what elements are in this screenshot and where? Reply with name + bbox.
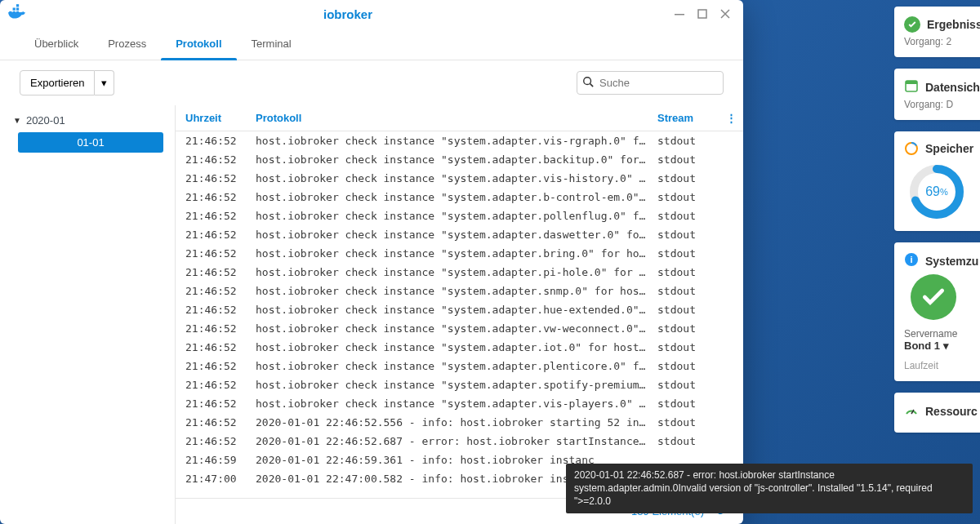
cell-stream: stdout [657, 397, 719, 410]
export-button[interactable]: Exportieren [20, 70, 95, 95]
widget-storage-title: Speicher [925, 142, 973, 155]
log-row[interactable]: 21:46:52host.iobroker check instance "sy… [176, 244, 743, 263]
close-button[interactable] [714, 2, 737, 25]
tree-root-label: 2020-01 [26, 114, 65, 127]
cell-time: 21:46:52 [176, 210, 249, 222]
info-icon: i [904, 252, 919, 269]
chevron-down-icon: ▾ [943, 340, 949, 352]
svg-text:i: i [910, 255, 912, 264]
svg-point-8 [584, 78, 591, 85]
svg-rect-6 [675, 14, 684, 16]
log-header: Uhrzeit Protokoll Stream ⋮ [176, 105, 743, 131]
log-row[interactable]: 21:46:52host.iobroker check instance "sy… [176, 150, 743, 169]
cell-time: 21:46:52 [176, 247, 249, 260]
log-row[interactable]: 21:46:52host.iobroker check instance "sy… [176, 188, 743, 206]
cell-stream: stdout [657, 416, 719, 429]
cell-message: host.iobroker check instance "system.ada… [249, 360, 657, 372]
widget-storage[interactable]: Speicher 69% [894, 131, 980, 231]
widget-resources-title: Ressourc [925, 405, 978, 418]
tab-protokoll[interactable]: Protokoll [161, 28, 236, 60]
cell-stream: stdout [657, 360, 719, 372]
log-row[interactable]: 21:46:52host.iobroker check instance "sy… [176, 206, 743, 225]
tree-item-selected[interactable]: 01-01 [18, 132, 163, 153]
search-box[interactable] [577, 71, 724, 95]
cell-stream: stdout [657, 435, 719, 447]
toolbar: Exportieren ▾ [0, 60, 743, 105]
cell-message: 2020-01-01 22:46:52.687 - error: host.io… [249, 435, 657, 447]
log-row[interactable]: 21:46:52host.iobroker check instance "sy… [176, 357, 743, 375]
cell-time: 21:46:52 [176, 341, 249, 353]
cell-time: 21:46:52 [176, 135, 249, 147]
svg-rect-11 [906, 81, 917, 84]
tree-root-2020-01[interactable]: ▼ 2020-01 [11, 110, 163, 131]
cell-stream: stdout [657, 229, 719, 241]
log-row[interactable]: 21:46:522020-01-01 22:46:52.687 - error:… [176, 432, 743, 451]
tab-terminal[interactable]: Terminal [237, 28, 306, 60]
cell-stream: stdout [657, 341, 719, 353]
cell-time: 21:46:59 [176, 454, 249, 466]
log-row[interactable]: 21:46:52host.iobroker check instance "sy… [176, 375, 743, 394]
col-header-stream[interactable]: Stream [657, 112, 719, 124]
widget-column: Ergebniss Vorgang: 2 Datensich Vorgang: … [894, 0, 980, 524]
titlebar: iobroker [0, 0, 743, 28]
server-name-label: Servername [904, 328, 980, 340]
log-row[interactable]: 21:46:52host.iobroker check instance "sy… [176, 394, 743, 413]
col-header-time[interactable]: Uhrzeit [176, 112, 249, 124]
log-row[interactable]: 21:46:52host.iobroker check instance "sy… [176, 225, 743, 244]
tree-item-label: 01-01 [18, 132, 163, 153]
widget-backup-title: Datensich [925, 81, 980, 94]
cell-message: 2020-01-01 22:46:52.556 - info: host.iob… [249, 416, 657, 429]
window-title: iobroker [28, 7, 668, 21]
widget-results-sub: Vorgang: 2 [904, 36, 980, 47]
log-row[interactable]: 21:46:52host.iobroker check instance "sy… [176, 263, 743, 282]
log-row[interactable]: 21:46:52host.iobroker check instance "sy… [176, 319, 743, 338]
tab-überblick[interactable]: Überblick [20, 28, 93, 60]
cell-message: host.iobroker check instance "system.ada… [249, 266, 657, 278]
search-input[interactable] [597, 74, 718, 91]
cell-time: 21:46:52 [176, 153, 249, 166]
col-header-protocol[interactable]: Protokoll [249, 112, 657, 124]
log-row[interactable]: 21:46:52host.iobroker check instance "sy… [176, 338, 743, 357]
cell-message: host.iobroker check instance "system.ada… [249, 135, 657, 147]
cell-message: host.iobroker check instance "system.ada… [249, 247, 657, 260]
column-options-icon[interactable]: ⋮ [719, 112, 743, 124]
svg-rect-3 [13, 7, 16, 10]
log-tooltip: 2020-01-01 22:46:52.687 - error: host.io… [566, 464, 973, 513]
cell-message: host.iobroker check instance "system.ada… [249, 191, 657, 203]
log-row[interactable]: 21:46:522020-01-01 22:46:52.556 - info: … [176, 413, 743, 432]
cell-message: host.iobroker check instance "system.ada… [249, 153, 657, 166]
widget-backup[interactable]: Datensich Vorgang: D [894, 69, 980, 120]
minimize-button[interactable] [668, 2, 691, 25]
widget-backup-sub: Vorgang: D [904, 99, 980, 110]
cell-message: host.iobroker check instance "system.ada… [249, 397, 657, 410]
widget-system-title: Systemzu [925, 255, 978, 268]
cell-stream: stdout [657, 153, 719, 166]
maximize-button[interactable] [691, 2, 714, 25]
date-tree: ▼ 2020-01 01-01 [0, 105, 176, 524]
storage-donut: 69% [907, 162, 966, 221]
storage-pct-suffix: % [940, 187, 948, 197]
log-row[interactable]: 21:46:52host.iobroker check instance "sy… [176, 282, 743, 300]
server-name-value[interactable]: Bond 1▾ [904, 340, 980, 352]
export-dropdown-button[interactable]: ▾ [95, 70, 114, 95]
tab-prozess[interactable]: Prozess [93, 28, 161, 60]
widget-results-title: Ergebniss [927, 18, 980, 31]
log-row[interactable]: 21:46:52host.iobroker check instance "sy… [176, 169, 743, 188]
tab-bar: ÜberblickProzessProtokollTerminal [0, 28, 743, 60]
widget-resources[interactable]: Ressourc [894, 393, 980, 433]
check-icon [904, 16, 920, 33]
cell-time: 21:46:52 [176, 304, 249, 316]
cell-message: host.iobroker check instance "system.ada… [249, 210, 657, 222]
widget-results[interactable]: Ergebniss Vorgang: 2 [894, 7, 980, 57]
svg-rect-5 [16, 4, 19, 7]
cell-stream: stdout [657, 266, 719, 278]
search-icon [582, 76, 597, 90]
svg-rect-7 [698, 10, 706, 18]
cell-time: 21:46:52 [176, 397, 249, 410]
log-row[interactable]: 21:46:52host.iobroker check instance "sy… [176, 300, 743, 319]
cell-stream: stdout [657, 191, 719, 203]
log-row[interactable]: 21:46:52host.iobroker check instance "sy… [176, 131, 743, 150]
widget-system[interactable]: iSystemzu Servername Bond 1▾ Laufzeit [894, 242, 980, 381]
cell-stream: stdout [657, 247, 719, 260]
log-rows[interactable]: 21:46:52host.iobroker check instance "sy… [176, 131, 743, 498]
